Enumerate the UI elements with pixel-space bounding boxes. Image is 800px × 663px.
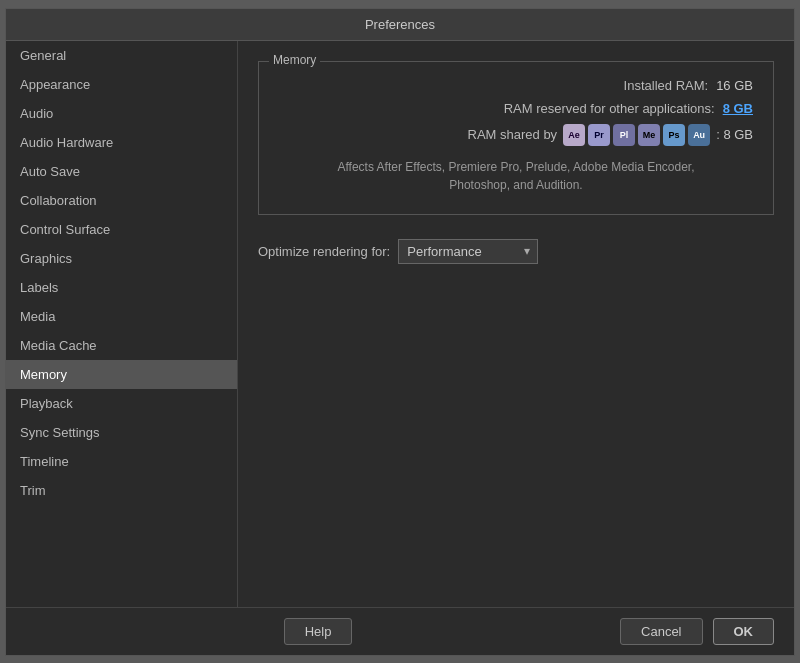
sidebar-item-collaboration[interactable]: Collaboration bbox=[6, 186, 237, 215]
badge-pr: Pr bbox=[588, 124, 610, 146]
sidebar-item-audio[interactable]: Audio bbox=[6, 99, 237, 128]
sidebar-item-media[interactable]: Media bbox=[6, 302, 237, 331]
sidebar-item-control-surface[interactable]: Control Surface bbox=[6, 215, 237, 244]
info-text: Affects After Effects, Premiere Pro, Pre… bbox=[279, 158, 753, 194]
badge-au: Au bbox=[688, 124, 710, 146]
sidebar-item-media-cache[interactable]: Media Cache bbox=[6, 331, 237, 360]
dialog-body: GeneralAppearanceAudioAudio HardwareAuto… bbox=[6, 41, 794, 607]
installed-ram-value: 16 GB bbox=[716, 78, 753, 93]
shared-separator: : bbox=[716, 127, 720, 142]
optimize-row: Optimize rendering for: Performance Memo… bbox=[258, 239, 774, 264]
memory-section: Memory Installed RAM: 16 GB RAM reserved… bbox=[258, 61, 774, 215]
badge-me: Me bbox=[638, 124, 660, 146]
installed-ram-row: Installed RAM: 16 GB bbox=[279, 78, 753, 93]
sidebar-item-timeline[interactable]: Timeline bbox=[6, 447, 237, 476]
sidebar-item-sync-settings[interactable]: Sync Settings bbox=[6, 418, 237, 447]
badge-ps: Ps bbox=[663, 124, 685, 146]
sidebar-item-trim[interactable]: Trim bbox=[6, 476, 237, 505]
shared-label: RAM shared by bbox=[468, 127, 558, 142]
sidebar: GeneralAppearanceAudioAudio HardwareAuto… bbox=[6, 41, 238, 607]
shared-value: 8 GB bbox=[723, 127, 753, 142]
info-line1: Affects After Effects, Premiere Pro, Pre… bbox=[337, 160, 694, 174]
reserved-value[interactable]: 8 GB bbox=[723, 101, 753, 116]
sidebar-item-playback[interactable]: Playback bbox=[6, 389, 237, 418]
footer: Help Cancel OK bbox=[6, 607, 794, 655]
badge-ae: Ae bbox=[563, 124, 585, 146]
cancel-button[interactable]: Cancel bbox=[620, 618, 702, 645]
info-line2: Photoshop, and Audition. bbox=[449, 178, 582, 192]
sidebar-item-memory[interactable]: Memory bbox=[6, 360, 237, 389]
sidebar-item-graphics[interactable]: Graphics bbox=[6, 244, 237, 273]
main-content: Memory Installed RAM: 16 GB RAM reserved… bbox=[238, 41, 794, 607]
preferences-dialog: Preferences GeneralAppearanceAudioAudio … bbox=[5, 8, 795, 656]
badge-pl: Pl bbox=[613, 124, 635, 146]
optimize-select-wrapper[interactable]: Performance Memory bbox=[398, 239, 538, 264]
section-label: Memory bbox=[269, 53, 320, 67]
installed-ram-label: Installed RAM: bbox=[624, 78, 709, 93]
title-bar: Preferences bbox=[6, 9, 794, 41]
sidebar-item-audio-hardware[interactable]: Audio Hardware bbox=[6, 128, 237, 157]
reserved-ram-row: RAM reserved for other applications: 8 G… bbox=[279, 101, 753, 116]
sidebar-item-appearance[interactable]: Appearance bbox=[6, 70, 237, 99]
dialog-title: Preferences bbox=[365, 17, 435, 32]
sidebar-item-labels[interactable]: Labels bbox=[6, 273, 237, 302]
optimize-select[interactable]: Performance Memory bbox=[398, 239, 538, 264]
shared-ram-row: RAM shared by Ae Pr Pl Me Ps Au : 8 GB bbox=[279, 124, 753, 146]
sidebar-item-auto-save[interactable]: Auto Save bbox=[6, 157, 237, 186]
sidebar-item-general[interactable]: General bbox=[6, 41, 237, 70]
help-button[interactable]: Help bbox=[284, 618, 353, 645]
ok-button[interactable]: OK bbox=[713, 618, 775, 645]
reserved-label: RAM reserved for other applications: bbox=[504, 101, 715, 116]
app-badges: Ae Pr Pl Me Ps Au bbox=[563, 124, 710, 146]
optimize-label: Optimize rendering for: bbox=[258, 244, 390, 259]
footer-left: Help bbox=[26, 618, 610, 645]
